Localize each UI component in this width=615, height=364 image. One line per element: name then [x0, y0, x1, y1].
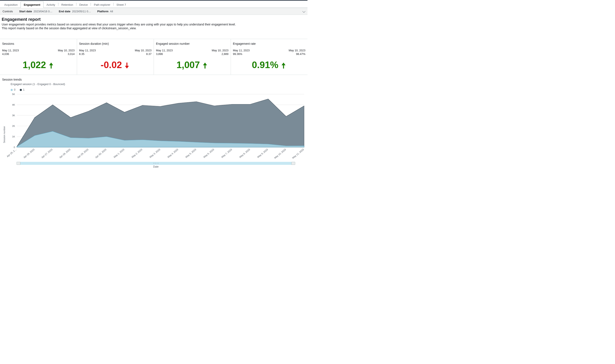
kpi-values: 8.358.37 [79, 52, 152, 56]
tab-device[interactable]: Device [76, 1, 91, 8]
kpi-card[interactable]: Engaged session numberMay 11, 2023May 10… [154, 39, 231, 75]
chart-x-axis-label: Date [6, 165, 305, 168]
filter-value: All [110, 10, 113, 13]
page-description-1: User engagemetn report provides metrics … [2, 23, 306, 26]
svg-text:2K: 2K [12, 125, 15, 127]
legend-item-0[interactable]: 0 [11, 88, 15, 91]
kpi-delta: -0.02 [79, 60, 152, 70]
chart-legend: 0 1 [11, 88, 305, 91]
svg-text:4K: 4K [12, 104, 15, 106]
kpi-date-current: May 11, 2023 [156, 49, 173, 52]
kpi-value-prev: 8.37 [146, 52, 152, 56]
kpi-date-prev: May 10, 2023 [135, 49, 152, 52]
kpi-delta-value: 1,022 [23, 60, 46, 70]
svg-text:Apr 30, 2023: Apr 30, 2023 [95, 148, 107, 159]
expand-controls-button[interactable] [303, 10, 305, 13]
kpi-card[interactable]: Session duration (min)May 11, 2023May 10… [77, 39, 154, 75]
kpi-value-prev: 98.47% [296, 52, 305, 56]
filter-start-date[interactable]: Start date 2023/04/16 0… [19, 10, 52, 13]
kpi-value-current: 4,036 [2, 52, 9, 56]
svg-text:May 7, 2023: May 7, 2023 [221, 148, 233, 158]
filter-platform[interactable]: Platform All [97, 10, 113, 13]
chart-subtitle: Engaged session (1 - Engaged 0 - Bounced… [11, 82, 305, 86]
svg-text:May 2, 2023: May 2, 2023 [131, 148, 143, 158]
kpi-title: Engaged session number [156, 42, 229, 45]
kpi-title: Sessions [2, 42, 75, 45]
slider-handle-left[interactable] [16, 162, 20, 165]
kpi-delta: 0.91% [233, 60, 306, 70]
kpi-value-prev: 3,014 [68, 52, 75, 56]
kpi-date-prev: May 10, 2023 [212, 49, 229, 52]
chart-plot[interactable]: 01K2K3K4K5KApr 25, 2…Apr 26, 2023Apr 27,… [6, 92, 305, 168]
filter-value: 2023/04/16 0… [34, 10, 52, 13]
svg-text:May 4, 2023: May 4, 2023 [167, 148, 179, 158]
kpi-date-current: May 11, 2023 [233, 49, 250, 52]
svg-text:May 3, 2023: May 3, 2023 [149, 148, 161, 158]
svg-text:Apr 27, 2023: Apr 27, 2023 [41, 148, 53, 159]
slider-handle-right[interactable] [291, 162, 295, 165]
filter-key: End date [59, 10, 70, 13]
svg-text:May 9, 2023: May 9, 2023 [257, 148, 268, 158]
legend-label: 1 [23, 88, 25, 91]
svg-text:3K: 3K [12, 114, 15, 117]
svg-text:5K: 5K [12, 93, 15, 95]
page-title: Engagement report [2, 17, 306, 22]
svg-text:0: 0 [14, 146, 15, 148]
kpi-value-current: 99.36% [233, 52, 242, 56]
tab-path-explorer[interactable]: Path explorer [91, 1, 113, 8]
legend-item-1[interactable]: 1 [20, 88, 25, 91]
tab-engagement[interactable]: Engagement [21, 1, 43, 8]
kpi-delta-value: 1,007 [177, 60, 200, 70]
legend-dot-icon [11, 89, 13, 91]
arrow-up-icon [202, 62, 208, 69]
svg-text:May 11, 2023: May 11, 2023 [292, 148, 304, 159]
kpi-values: 4,0363,014 [2, 52, 75, 56]
kpi-card[interactable]: SessionsMay 11, 2023May 10, 20234,0363,0… [0, 39, 77, 75]
svg-text:1K: 1K [12, 135, 15, 138]
report-header: Engagement report User engagemetn report… [0, 15, 308, 39]
kpi-value-current: 8.35 [79, 52, 84, 56]
kpi-delta: 1,022 [2, 60, 75, 70]
arrow-down-icon [124, 62, 130, 69]
kpi-date-current: May 11, 2023 [79, 49, 96, 52]
tabbar: Acquisition Engagement Activity Retentio… [0, 1, 308, 8]
tab-sheet-7[interactable]: Sheet 7 [114, 1, 129, 8]
kpi-title: Session duration (min) [79, 42, 152, 45]
svg-text:Apr 28, 2023: Apr 28, 2023 [59, 148, 71, 159]
tab-activity[interactable]: Activity [43, 1, 58, 8]
chevron-down-icon [302, 10, 305, 13]
filter-end-date[interactable]: End date 2023/05/11 0… [59, 10, 91, 13]
kpi-dates: May 11, 2023May 10, 2023 [233, 49, 306, 52]
kpi-date-prev: May 10, 2023 [58, 49, 75, 52]
svg-text:May 8, 2023: May 8, 2023 [239, 148, 250, 158]
page-description-2: This report mainly based on the the sess… [2, 26, 306, 30]
legend-label: 0 [14, 88, 15, 91]
filter-value: 2023/05/11 0… [72, 10, 91, 13]
legend-dot-icon [20, 89, 22, 91]
svg-text:Apr 25, 2…: Apr 25, 2… [6, 148, 17, 158]
tab-acquisition[interactable]: Acquisition [1, 1, 21, 8]
kpi-delta: 1,007 [156, 60, 229, 70]
svg-text:Apr 29, 2023: Apr 29, 2023 [77, 148, 89, 159]
controls-bar: Controls Start date 2023/04/16 0… End da… [0, 8, 308, 15]
chart-y-axis-label: Session number [2, 92, 6, 168]
chart-range-slider[interactable] [16, 162, 295, 165]
kpi-delta-value: -0.02 [101, 60, 122, 70]
svg-text:May 1, 2023: May 1, 2023 [113, 148, 125, 158]
kpi-card[interactable]: Engagement rateMay 11, 2023May 10, 20239… [231, 39, 308, 75]
kpi-dates: May 11, 2023May 10, 2023 [156, 49, 229, 52]
slider-grip-icon [154, 163, 158, 164]
kpi-delta-value: 0.91% [252, 60, 278, 70]
arrow-up-icon [281, 62, 287, 69]
svg-text:Apr 26, 2023: Apr 26, 2023 [23, 148, 35, 159]
kpi-value-current: 3,896 [156, 52, 163, 56]
svg-text:May 5, 2023: May 5, 2023 [185, 148, 196, 158]
svg-text:May 10, 2023: May 10, 2023 [274, 148, 287, 159]
tab-retention[interactable]: Retention [58, 1, 76, 8]
kpi-values: 99.36%98.47% [233, 52, 306, 56]
kpi-date-current: May 11, 2023 [2, 49, 19, 52]
filter-key: Platform [97, 10, 108, 13]
chart-title: Session trends [2, 78, 305, 81]
kpi-values: 3,8962,889 [156, 52, 229, 56]
kpi-date-prev: May 10, 2023 [289, 49, 305, 52]
